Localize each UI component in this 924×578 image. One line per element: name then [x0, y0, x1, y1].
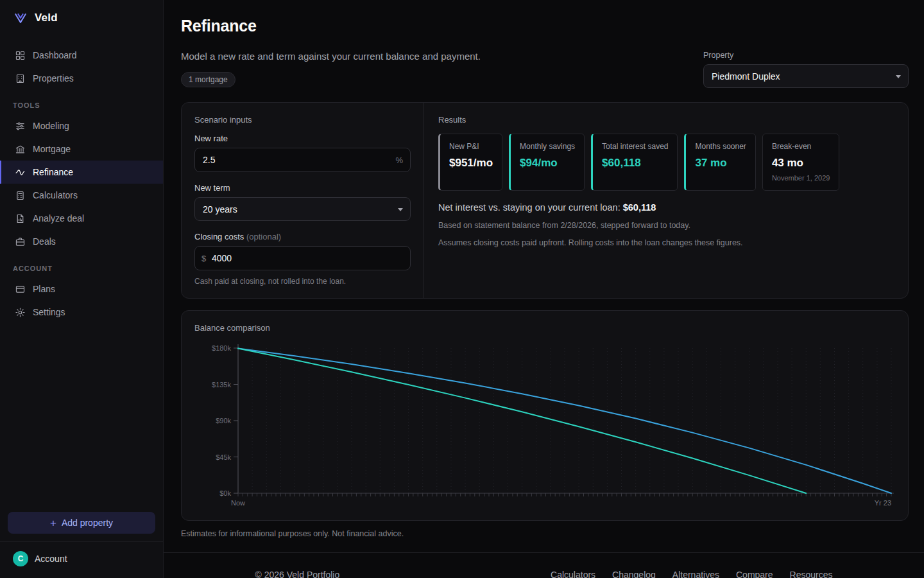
footer-link-alternatives[interactable]: Alternatives — [672, 570, 719, 578]
stat-break-even: Break-even 43 mo November 1, 2029 — [762, 134, 840, 191]
footer-link-changelog[interactable]: Changelog — [612, 570, 656, 578]
footer-link-calculators[interactable]: Calculators — [551, 570, 595, 578]
main-content: Refinance Model a new rate and term agai… — [164, 0, 924, 578]
sidebar-nav: Dashboard Properties TOOLS Modeling — [0, 36, 163, 504]
mortgage-count-badge: 1 mortgage — [181, 72, 235, 87]
file-chart-icon — [14, 213, 26, 224]
sidebar-item-label: Settings — [33, 307, 65, 317]
sidebar-item-plans[interactable]: Plans — [0, 277, 163, 301]
sidebar-item-label: Calculators — [33, 190, 78, 200]
sidebar-bottom: + Add property — [0, 504, 163, 541]
gear-icon — [14, 306, 26, 318]
net-interest-line: Net interest vs. staying on your current… — [438, 202, 894, 213]
new-rate-input[interactable] — [194, 148, 411, 172]
property-select[interactable]: Piedmont Duplex — [703, 64, 909, 88]
dashboard-icon — [14, 49, 26, 61]
brand: Veld — [0, 0, 163, 36]
svg-text:$180k: $180k — [212, 344, 231, 352]
wave-icon — [14, 166, 26, 178]
results-column: Results New P&I $951/mo Monthly savings … — [424, 103, 908, 298]
property-label: Property — [703, 51, 909, 60]
add-property-label: Add property — [62, 518, 113, 528]
svg-text:Now: Now — [231, 499, 245, 507]
sidebar-item-label: Plans — [33, 284, 55, 294]
sidebar-item-dashboard[interactable]: Dashboard — [0, 44, 163, 67]
sidebar-item-label: Mortgage — [33, 144, 71, 154]
sidebar-item-calculators[interactable]: Calculators — [0, 184, 163, 207]
stat-total-interest-saved: Total interest saved $60,118 — [591, 134, 678, 191]
svg-text:$45k: $45k — [216, 453, 231, 461]
disclaimer-text: Estimates for informational purposes onl… — [181, 529, 909, 538]
balance-comparison-panel: Balance comparison $180k$135k$90k$45k$0k… — [181, 310, 909, 521]
building-icon — [14, 73, 26, 84]
net-interest-value: $60,118 — [623, 202, 656, 213]
results-note-1: Based on statement balance from 2/28/202… — [438, 221, 894, 230]
avatar: C — [13, 551, 28, 566]
sidebar: Veld Dashboard Properties TOOLS — [0, 0, 164, 578]
sidebar-item-label: Modeling — [33, 121, 69, 131]
sidebar-item-label: Analyze deal — [33, 213, 84, 223]
svg-text:$90k: $90k — [216, 417, 231, 425]
closing-costs-input[interactable] — [194, 246, 411, 270]
copyright-text: © 2026 Veld Portfolio — [255, 570, 340, 578]
sidebar-item-modeling[interactable]: Modeling — [0, 114, 163, 137]
footer-links: Calculators Changelog Alternatives Compa… — [551, 570, 832, 578]
footer-link-resources[interactable]: Resources — [790, 570, 833, 578]
briefcase-icon — [14, 236, 26, 247]
balance-chart-svg: $180k$135k$90k$45k$0kNowYr 23 — [194, 339, 896, 509]
svg-text:$0k: $0k — [219, 489, 231, 497]
balance-chart: $180k$135k$90k$45k$0kNowYr 23 — [194, 339, 895, 511]
sidebar-item-refinance[interactable]: Refinance — [0, 161, 163, 184]
stat-months-sooner: Months sooner 37 mo — [684, 134, 755, 191]
sidebar-section-tools: TOOLS — [0, 90, 163, 114]
closing-costs-label: Closing costs (optional) — [194, 232, 411, 241]
sidebar-item-label: Properties — [33, 73, 74, 83]
account-menu[interactable]: C Account — [0, 541, 163, 578]
footer: © 2026 Veld Portfolio Calculators Change… — [164, 552, 924, 578]
sidebar-item-label: Deals — [33, 236, 56, 247]
svg-text:Yr 23: Yr 23 — [875, 499, 891, 507]
chart-title: Balance comparison — [194, 323, 895, 333]
scenario-heading: Scenario inputs — [194, 115, 411, 125]
property-selector-block: Property Piedmont Duplex — [703, 51, 909, 88]
sidebar-item-mortgage[interactable]: Mortgage — [0, 137, 163, 161]
stat-new-pi: New P&I $951/mo — [438, 134, 502, 191]
brand-name: Veld — [35, 12, 58, 24]
footer-link-compare[interactable]: Compare — [736, 570, 773, 578]
results-note-2: Assumes closing costs paid upfront. Roll… — [438, 238, 894, 247]
plus-icon: + — [50, 518, 56, 529]
new-term-label: New term — [194, 183, 411, 193]
scenario-inputs-column: Scenario inputs New rate % New term 20 y… — [182, 103, 424, 298]
sliders-icon — [14, 120, 26, 132]
results-heading: Results — [438, 115, 894, 125]
sidebar-item-label: Refinance — [33, 167, 73, 177]
page-subtitle: Model a new rate and term against your c… — [181, 51, 481, 62]
sidebar-item-settings[interactable]: Settings — [0, 301, 163, 324]
sidebar-item-label: Dashboard — [33, 50, 77, 60]
closing-costs-help: Cash paid at closing, not rolled into th… — [194, 277, 411, 286]
new-rate-label: New rate — [194, 134, 411, 143]
credit-card-icon — [14, 283, 26, 295]
calculator-icon — [14, 189, 26, 201]
bank-icon — [14, 143, 26, 155]
account-label: Account — [35, 554, 67, 564]
sidebar-item-deals[interactable]: Deals — [0, 230, 163, 253]
veld-logo-icon — [13, 10, 28, 26]
results-stats-row: New P&I $951/mo Monthly savings $94/mo T… — [438, 134, 894, 191]
new-term-select[interactable]: 20 years — [194, 197, 411, 221]
sidebar-section-account: ACCOUNT — [0, 253, 163, 277]
svg-text:$135k: $135k — [212, 381, 231, 389]
add-property-button[interactable]: + Add property — [8, 512, 155, 534]
stat-monthly-savings: Monthly savings $94/mo — [509, 134, 585, 191]
header-row: Model a new rate and term against your c… — [181, 51, 909, 88]
refinance-panel: Scenario inputs New rate % New term 20 y… — [181, 102, 909, 299]
sidebar-item-analyze-deal[interactable]: Analyze deal — [0, 207, 163, 230]
sidebar-item-properties[interactable]: Properties — [0, 67, 163, 90]
page-title: Refinance — [181, 17, 909, 35]
